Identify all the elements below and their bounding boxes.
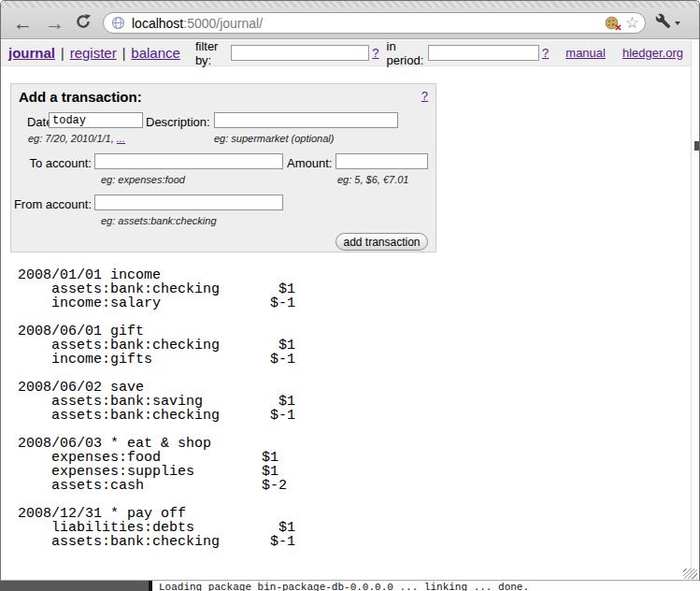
screen: ← → [0,0,700,591]
url-text: localhost:5000/journal/ [132,16,605,31]
from-account-label: From account: [13,197,92,211]
description-hint: eg: supermarket (optional) [214,133,334,144]
forward-button[interactable]: → [45,13,64,33]
wrench-icon [655,13,671,33]
to-account-hint: eg: expenses:food [101,174,185,185]
web-page: journal | register | balance filter by: … [1,40,699,580]
terminal-output-text: Loading package bin-package-db-0.0.0.0 .… [159,582,529,591]
page-globe-icon [111,16,125,30]
date-hint-more-link[interactable]: ... [117,133,125,144]
add-transaction-form: Add a transaction: ? Date: Description: … [10,83,436,252]
url-path: :5000/journal/ [183,16,263,31]
browser-menu-button[interactable] [655,13,680,33]
manual-link[interactable]: manual [565,46,606,60]
nav-separator: | [61,46,64,61]
journal-listing: 2008/01/01 income assets:bank:checking $… [18,268,295,549]
reload-icon [75,13,92,34]
to-account-input[interactable] [94,153,283,169]
hledger-org-link[interactable]: hledger.org [622,46,683,60]
cookies-blocked-icon[interactable]: ✕ [605,16,620,30]
add-transaction-button[interactable]: add transaction [336,233,428,251]
background-strip: Loading package bin-package-db-0.0.0.0 .… [0,581,700,591]
desktop-background [0,581,149,591]
date-hint-text: eg: 7/20, 2010/1/1, [28,133,117,144]
nav-separator: | [122,46,126,61]
browser-window: ← → [0,0,700,581]
description-input[interactable] [214,112,398,128]
nav-right-links: manual hledger.org [549,46,683,60]
amount-hint: eg: 5, $6, €7.01 [337,174,408,185]
back-button[interactable]: ← [13,13,33,33]
in-period-label: in period: [387,39,425,67]
terminal-window[interactable]: Loading package bin-package-db-0.0.0.0 .… [152,581,700,591]
filter-help-link[interactable]: ? [372,46,379,60]
date-input[interactable] [49,112,143,128]
date-hint: eg: 7/20, 2010/1/1, ... [28,133,125,144]
filter-by-label: filter by: [195,39,227,67]
scrollbar-thumb[interactable] [694,141,699,151]
url-host: localhost [132,16,183,31]
window-resize-grip[interactable] [683,569,697,579]
scrollbar-track[interactable] [691,40,699,580]
cookie-blocked-x: ✕ [614,23,621,33]
from-account-hint: eg: assets:bank:checking [101,215,217,226]
nav-link-register[interactable]: register [70,45,117,61]
browser-toolbar: ← → [1,7,699,39]
amount-input[interactable] [336,153,428,169]
hledger-navbar: journal | register | balance filter by: … [1,40,691,66]
to-account-label: To account: [13,156,92,170]
bookmark-star-icon[interactable]: ☆ [625,15,639,31]
period-help-link[interactable]: ? [542,46,549,60]
period-input[interactable] [428,45,539,61]
menu-caret-icon [675,22,680,25]
amount-label: Amount: [287,156,332,170]
description-label: Description: [146,115,210,129]
nav-link-balance[interactable]: balance [131,45,180,61]
form-title: Add a transaction: [19,89,142,105]
window-titlebar[interactable] [1,1,699,7]
filter-input[interactable] [231,45,369,61]
from-account-input[interactable] [94,195,283,210]
address-bar[interactable]: localhost:5000/journal/ ✕ ☆ [103,12,646,34]
nav-link-journal[interactable]: journal [8,45,55,61]
form-help-link[interactable]: ? [421,89,428,103]
reload-button[interactable] [75,13,92,34]
